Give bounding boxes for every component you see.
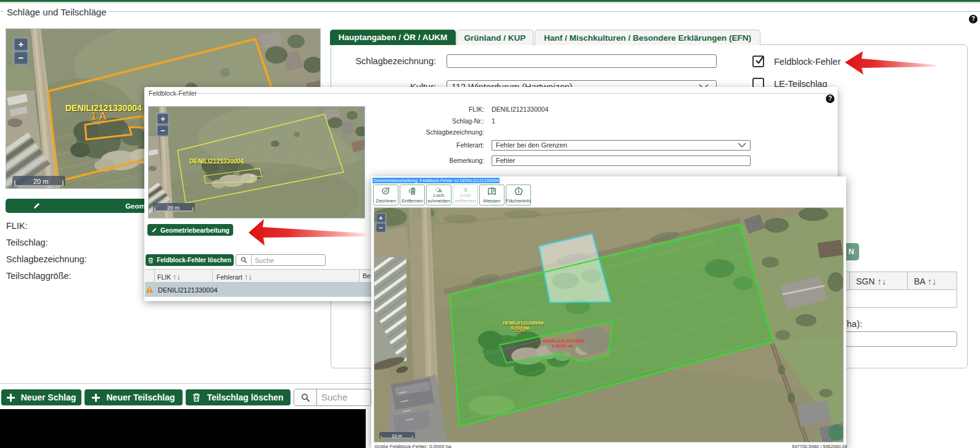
svg-text:+: + [19, 39, 24, 49]
svg-text:−: − [160, 126, 165, 135]
svg-text:1 A: 1 A [515, 326, 524, 333]
svg-text:1 A: 1 A [91, 110, 107, 122]
svg-text:−: − [379, 224, 382, 231]
svg-text:0,0226 ha: 0,0226 ha [552, 343, 574, 349]
svg-text:10 m: 10 m [392, 433, 402, 439]
svg-text:+: + [160, 114, 165, 123]
svg-text:20 m: 20 m [33, 178, 48, 185]
svg-text:+: + [379, 214, 382, 222]
svg-text:−: − [19, 52, 24, 63]
svg-text:DENILI2121330004: DENILI2121330004 [189, 158, 244, 165]
svg-text:20 m: 20 m [167, 205, 179, 211]
